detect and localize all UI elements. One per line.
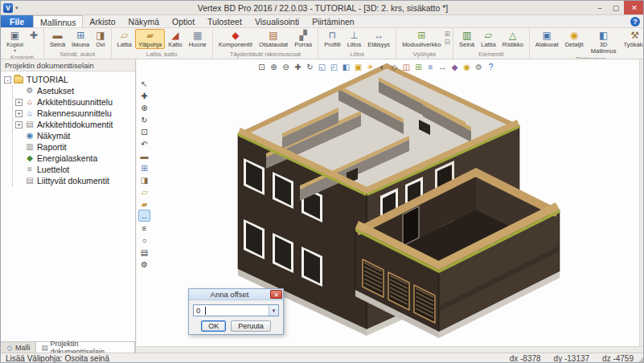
- horizontal-scrollbar[interactable]: [137, 346, 644, 353]
- top-view-icon[interactable]: ◰: [328, 62, 340, 73]
- minimize-button[interactable]: –: [592, 1, 608, 14]
- orbit-icon[interactable]: ↻: [138, 113, 150, 125]
- 3d-modeling-button[interactable]: ◧ 3D Mallinnus: [587, 29, 621, 55]
- dialog-titlebar[interactable]: Anna offset ✕: [189, 289, 283, 300]
- layers-tool-icon[interactable]: ▤: [138, 246, 150, 258]
- ceiling-tool-icon[interactable]: ▰: [138, 198, 150, 210]
- components-button[interactable]: ◆ Komponentit: [215, 29, 256, 49]
- roof-button[interactable]: ◢ Katto: [165, 29, 186, 49]
- resize-grip[interactable]: [638, 357, 644, 363]
- measure-icon[interactable]: ↔: [437, 62, 449, 73]
- window-tool-icon[interactable]: ⊞: [138, 161, 150, 173]
- shading-icon[interactable]: ◐: [376, 62, 388, 73]
- quick-access-chevron-icon[interactable]: ▾: [15, 5, 18, 11]
- app-icon[interactable]: V: [3, 3, 13, 13]
- menu-mallinnus[interactable]: Mallinnus: [33, 15, 83, 27]
- measure-tool-icon[interactable]: ≡: [138, 222, 150, 234]
- tools-button[interactable]: ⚒ Työkalut: [621, 29, 644, 49]
- vertical-scrollbar[interactable]: [639, 59, 644, 346]
- tab-projektin-dokumenttiselain[interactable]: ▤ Projektin dokumenttiselain: [36, 342, 135, 353]
- tree-item-asetukset[interactable]: ⚙ Asetukset: [15, 85, 135, 96]
- 3d-viewport[interactable]: ⊡ ⊕ ⊖ ✚ ↻ ◱ ◰ ◧ ▣ ☀ ◐ ◇ ◫ ⊞ ≡ ↔ ◆ ◉ ⚙ ? …: [137, 59, 639, 346]
- fit-view-icon[interactable]: ⊡: [256, 62, 268, 73]
- combo-dropdown-icon[interactable]: ▼: [269, 305, 278, 316]
- tree-item-energialaskenta[interactable]: ◆ Energialaskenta: [15, 153, 135, 164]
- room-button[interactable]: ▦ Huone: [186, 29, 210, 49]
- module-grid-button[interactable]: ⊞ Moduuliverkko: [399, 29, 444, 49]
- zoom-in-icon[interactable]: ⊕: [268, 62, 280, 73]
- select-icon[interactable]: ↖: [138, 77, 150, 89]
- window-button[interactable]: ⊞ Ikkuna: [68, 29, 92, 49]
- offset-tool-icon[interactable]: ↔: [138, 210, 150, 222]
- copy-button[interactable]: ▣ Kopioi ▾: [3, 29, 27, 54]
- wall-element-button[interactable]: ▥ Seinä: [456, 29, 478, 49]
- cancel-button[interactable]: Peruuta: [231, 320, 271, 332]
- tree-item-nakymat[interactable]: ◉ Näkymät: [15, 130, 135, 141]
- menu-visualisointi[interactable]: Visualisointi: [248, 15, 306, 27]
- pan-icon[interactable]: ✚: [292, 62, 304, 73]
- module-grid-option-icon[interactable]: ⊟: [444, 39, 450, 46]
- sun-icon[interactable]: ☀: [364, 62, 376, 73]
- offset-input[interactable]: 0 ▼: [193, 304, 279, 316]
- zoom-in-icon[interactable]: ⊕: [138, 101, 150, 113]
- floor-tool-icon[interactable]: ▱: [138, 186, 150, 198]
- expand-icon[interactable]: +: [15, 121, 23, 128]
- wall-button[interactable]: ▬ Seinä: [47, 29, 68, 49]
- tree-item-arkkitehtidokumentit[interactable]: + ▤ Arkkitehtidokumentit: [15, 119, 135, 130]
- menu-nakyma[interactable]: Näkymä: [122, 15, 166, 27]
- dialog-close-button[interactable]: ✕: [270, 290, 282, 299]
- tab-malli[interactable]: ◇ Malli: [1, 342, 36, 353]
- camera-icon[interactable]: ▣: [352, 62, 364, 73]
- move-button[interactable]: ✚: [27, 29, 41, 42]
- iso-view-icon[interactable]: ◧: [340, 62, 352, 73]
- tree-item-tutorial[interactable]: - TUTORIAL: [4, 74, 135, 85]
- profile-button[interactable]: ⊓ Profiili: [321, 29, 343, 49]
- door-button[interactable]: ◨ Ovi: [92, 29, 108, 49]
- floor-button[interactable]: ▱ Lattia: [114, 29, 135, 49]
- wireframe-icon[interactable]: ◇: [388, 62, 400, 73]
- maximize-button[interactable]: ▢: [608, 1, 624, 14]
- help-icon[interactable]: ?: [630, 17, 640, 27]
- menu-optiot[interactable]: Optiot: [166, 15, 201, 27]
- fascia-boards-button[interactable]: ▤ Otsalaudat: [256, 29, 291, 49]
- details-button[interactable]: ◉ Detaljit: [562, 29, 587, 49]
- tree-item-raportit[interactable]: ▥ Raportit: [15, 141, 135, 153]
- zoom-fit-icon[interactable]: ⊡: [138, 125, 150, 137]
- sub-drawings-button[interactable]: ▣ Alakuvat: [532, 29, 562, 49]
- menu-file[interactable]: File: [1, 15, 33, 27]
- stairs-button[interactable]: ▞ Porras: [291, 29, 315, 49]
- distance-button[interactable]: ↔ Etäisyys: [364, 29, 393, 49]
- menu-tulosteet[interactable]: Tulosteet: [201, 15, 248, 27]
- joint-button[interactable]: ⊥ Liitos: [344, 29, 365, 49]
- tree-item-liittyvat-dokumentit[interactable]: ▤ Liittyvät dokumentit: [15, 175, 135, 186]
- tree-item-luettelot[interactable]: ≡ Luettelot: [15, 164, 135, 175]
- rotate-view-icon[interactable]: ↻: [304, 62, 316, 73]
- settings-icon[interactable]: ⚙: [473, 62, 485, 73]
- menu-arkisto[interactable]: Arkisto: [83, 15, 121, 27]
- hide-tool-icon[interactable]: ○: [138, 234, 150, 246]
- help-icon[interactable]: ?: [485, 62, 497, 73]
- floor-element-button[interactable]: ▱ Lattia: [478, 29, 498, 49]
- grid-icon[interactable]: ⊞: [412, 62, 425, 73]
- menu-piirtaminen[interactable]: Piirtäminen: [306, 15, 361, 27]
- ok-button[interactable]: OK: [201, 320, 226, 332]
- intermediate-floor-button[interactable]: ▰ Yläpohja: [135, 29, 165, 49]
- module-grid-option-icon[interactable]: ⊞: [444, 31, 450, 38]
- zoom-out-icon[interactable]: ⊖: [280, 62, 292, 73]
- wall-tool-icon[interactable]: ▬: [138, 149, 150, 161]
- expand-icon[interactable]: +: [15, 99, 23, 106]
- pan-icon[interactable]: ✚: [138, 89, 150, 101]
- door-tool-icon[interactable]: ◨: [138, 173, 150, 186]
- previous-view-icon[interactable]: ↶: [138, 137, 150, 149]
- front-view-icon[interactable]: ◱: [316, 62, 328, 73]
- tree-item-arkkitehtisuunnittelu[interactable]: + ⌂ Arkkitehtisuunnittelu: [15, 96, 135, 108]
- tree-item-rakennesuunnittelu[interactable]: + ⌂ Rakennesuunnittelu: [15, 108, 135, 119]
- settings-tool-icon[interactable]: ⚙: [138, 258, 150, 270]
- truss-button[interactable]: △ Ristikko: [499, 29, 527, 49]
- expand-icon[interactable]: +: [15, 110, 23, 117]
- close-button[interactable]: ✕: [624, 1, 644, 14]
- collapse-icon[interactable]: -: [4, 76, 11, 84]
- layers-icon[interactable]: ≡: [425, 62, 437, 73]
- section-icon[interactable]: ◫: [400, 62, 412, 73]
- materials-icon[interactable]: ◆: [449, 62, 461, 73]
